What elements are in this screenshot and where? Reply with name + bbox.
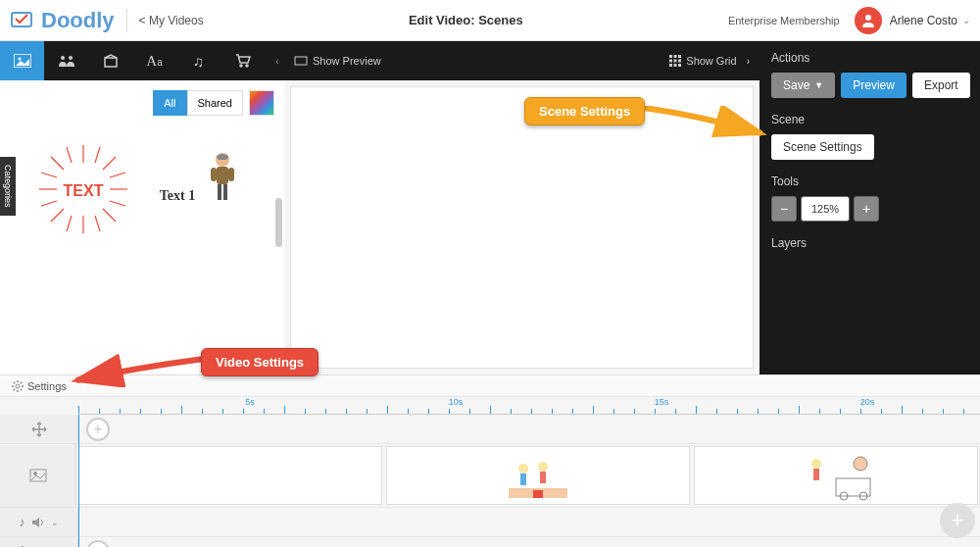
svg-point-1 [865, 15, 871, 21]
show-preview-toggle[interactable]: Show Preview [294, 55, 381, 67]
annotation-video-settings: Video Settings [201, 348, 318, 376]
svg-rect-28 [211, 168, 217, 181]
scene-thumb-3[interactable] [694, 446, 978, 505]
svg-line-18 [95, 147, 100, 163]
page-title: Edit Video: Scenes [204, 13, 728, 27]
ruler-mark: 5s [245, 397, 255, 407]
svg-point-3 [18, 58, 21, 61]
show-grid-label: Show Grid [686, 55, 736, 67]
svg-rect-47 [520, 473, 526, 485]
annotation-scene-settings: Scene Settings [524, 97, 645, 125]
track-head-audio: ♪ ⌄ [0, 508, 78, 536]
svg-line-20 [95, 216, 100, 231]
scrollbar-thumb[interactable] [275, 198, 282, 247]
timeline: Settings 5s 10s 15s 20s + [0, 374, 980, 547]
canvas-header: Show Preview Show Grid › [284, 41, 760, 80]
svg-rect-37 [674, 60, 677, 63]
music-icon: ♪ [19, 515, 25, 529]
tools-label: Tools [771, 174, 968, 188]
volume-icon[interactable] [31, 517, 45, 528]
svg-point-46 [518, 464, 528, 473]
filter-all[interactable]: All [153, 90, 186, 116]
scene-thumb-1[interactable] [78, 446, 382, 505]
tab-text[interactable]: Aa [132, 41, 176, 80]
show-grid-toggle[interactable]: Show Grid [669, 55, 736, 67]
svg-line-13 [51, 157, 64, 170]
svg-point-7 [240, 65, 242, 67]
canvas[interactable] [290, 86, 754, 369]
svg-rect-31 [223, 184, 227, 200]
tab-sounds[interactable]: ♫ [176, 41, 220, 80]
settings-label: Settings [27, 380, 67, 392]
svg-rect-35 [678, 55, 681, 58]
zoom-out-button[interactable]: − [771, 196, 797, 222]
tab-cart[interactable] [220, 41, 265, 80]
chevron-down-icon[interactable]: ⌄ [51, 518, 59, 527]
categories-tab[interactable]: Categories [0, 157, 16, 216]
svg-line-21 [41, 173, 57, 177]
user-menu[interactable]: Arlene Costo ⌄ [855, 7, 970, 34]
playhead[interactable] [78, 415, 79, 547]
svg-line-22 [41, 201, 57, 206]
svg-rect-32 [295, 57, 307, 65]
svg-point-48 [538, 462, 548, 472]
show-preview-label: Show Preview [313, 55, 381, 67]
asset-label: Text 1 [160, 188, 195, 204]
asset-text-burst[interactable]: TEXT [29, 125, 137, 253]
add-voice[interactable]: + [86, 540, 110, 548]
ruler-mark: 15s [655, 397, 669, 407]
add-scene-button[interactable]: + [940, 503, 975, 538]
svg-rect-40 [674, 64, 677, 67]
svg-point-5 [69, 56, 73, 60]
image-icon [29, 469, 47, 482]
tab-characters[interactable] [44, 41, 88, 80]
asset-panel: All Shared [0, 80, 284, 374]
track-scenes [0, 444, 980, 508]
back-link[interactable]: < My Videos [139, 14, 204, 27]
color-filter[interactable] [249, 90, 274, 116]
track-head-scenes [0, 444, 76, 507]
ruler-mark: 20s [860, 397, 875, 407]
asset-text1[interactable]: Text 1 [147, 125, 255, 204]
right-panel: Actions Save▼ Preview Export Scene Scene… [760, 41, 980, 374]
track-head-voice: ⌄ [0, 537, 78, 547]
svg-point-42 [16, 384, 20, 388]
track-voice: ⌄ + [0, 537, 980, 547]
svg-point-8 [246, 65, 248, 67]
scene-settings-button[interactable]: Scene Settings [771, 134, 874, 160]
app-header: Doodly < My Videos Edit Video: Scenes En… [0, 0, 980, 41]
svg-line-14 [103, 209, 116, 222]
svg-text:TEXT: TEXT [64, 182, 104, 199]
add-keyframe[interactable]: + [86, 418, 110, 441]
scene-thumb-2[interactable] [386, 446, 690, 505]
filter-shared[interactable]: Shared [187, 90, 243, 116]
move-icon [31, 422, 47, 437]
expand-right-icon[interactable]: › [747, 56, 750, 67]
gear-icon [12, 380, 24, 392]
svg-line-24 [110, 201, 125, 206]
tab-props[interactable] [88, 41, 132, 80]
track-head-move [0, 415, 78, 443]
svg-line-16 [51, 209, 64, 222]
preview-button[interactable]: Preview [841, 73, 906, 98]
svg-line-19 [67, 216, 72, 231]
svg-line-17 [67, 147, 72, 163]
layers-label: Layers [771, 236, 968, 250]
avatar [855, 7, 882, 34]
zoom-in-button[interactable]: + [854, 196, 879, 222]
actions-label: Actions [771, 51, 968, 65]
asset-toolbar: Aa ♫ ‹ [0, 41, 284, 80]
timeline-ruler[interactable]: 5s 10s 15s 20s [78, 397, 980, 415]
svg-point-55 [811, 459, 821, 469]
svg-rect-34 [674, 55, 677, 58]
save-button[interactable]: Save▼ [771, 73, 835, 98]
svg-rect-30 [218, 184, 221, 200]
tab-scenes[interactable] [0, 41, 44, 80]
ruler-mark: 10s [449, 397, 464, 407]
logo-text: Doodly [41, 8, 115, 33]
export-button[interactable]: Export [912, 73, 970, 98]
svg-point-4 [61, 56, 65, 60]
collapse-left-icon[interactable]: ‹ [270, 41, 284, 80]
timeline-settings[interactable]: Settings [0, 375, 980, 397]
scene-label: Scene [771, 113, 968, 126]
